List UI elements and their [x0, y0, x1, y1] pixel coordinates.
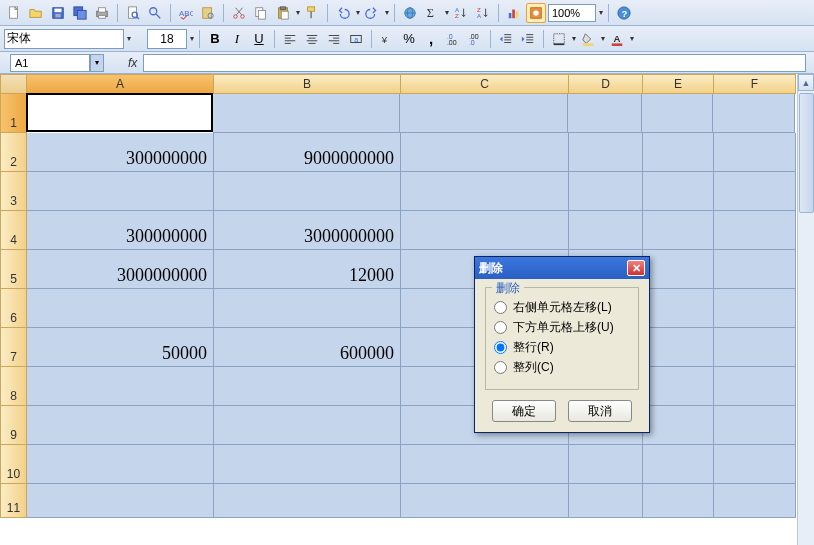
cell-B10[interactable]	[214, 445, 401, 484]
dialog-titlebar[interactable]: 删除 ✕	[475, 257, 649, 279]
align-left-icon[interactable]	[280, 29, 300, 49]
bold-icon[interactable]: B	[205, 29, 225, 49]
decrease-indent-icon[interactable]	[496, 29, 516, 49]
close-icon[interactable]: ✕	[627, 260, 645, 276]
font-size-select[interactable]	[147, 29, 187, 49]
chart-icon[interactable]	[504, 3, 524, 23]
cut-icon[interactable]	[229, 3, 249, 23]
row-header-2[interactable]: 2	[0, 133, 27, 172]
currency-icon[interactable]: ¥	[377, 29, 397, 49]
font-color-icon[interactable]: A	[607, 29, 627, 49]
cell-D10[interactable]	[569, 445, 643, 484]
radio-entire-row[interactable]: 整行(R)	[494, 339, 630, 356]
autosum-icon[interactable]: Σ	[422, 3, 442, 23]
radio-entire-col-input[interactable]	[494, 361, 507, 374]
borders-dropdown[interactable]: ▾	[572, 34, 576, 43]
row-header-3[interactable]: 3	[0, 172, 27, 211]
cell-A9[interactable]	[27, 406, 214, 445]
row-header-11[interactable]: 11	[0, 484, 27, 518]
row-header-10[interactable]: 10	[0, 445, 27, 484]
row-header-9[interactable]: 9	[0, 406, 27, 445]
zoom-box[interactable]: 100%	[548, 4, 596, 22]
cell-C4[interactable]	[401, 211, 569, 250]
col-header-F[interactable]: F	[714, 74, 796, 94]
scroll-up-button[interactable]: ▲	[798, 74, 814, 91]
cell-D3[interactable]	[569, 172, 643, 211]
row-header-6[interactable]: 6	[0, 289, 27, 328]
cell-C2[interactable]	[401, 133, 569, 172]
cell-C11[interactable]	[401, 484, 569, 518]
cell-F11[interactable]	[714, 484, 796, 518]
sort-desc-icon[interactable]: ZA	[473, 3, 493, 23]
scroll-thumb[interactable]	[799, 93, 814, 213]
cell-F6[interactable]	[714, 289, 796, 328]
cell-E11[interactable]	[643, 484, 714, 518]
copy-icon[interactable]	[251, 3, 271, 23]
cell-E5[interactable]	[643, 250, 714, 289]
cell-F10[interactable]	[714, 445, 796, 484]
merge-center-icon[interactable]: a	[346, 29, 366, 49]
redo-icon[interactable]	[362, 3, 382, 23]
redo-dropdown[interactable]: ▾	[385, 8, 389, 17]
format-painter-icon[interactable]	[302, 3, 322, 23]
cell-E6[interactable]	[643, 289, 714, 328]
align-center-icon[interactable]	[302, 29, 322, 49]
cell-A3[interactable]	[27, 172, 214, 211]
row-header-4[interactable]: 4	[0, 211, 27, 250]
cell-A6[interactable]	[27, 289, 214, 328]
borders-icon[interactable]	[549, 29, 569, 49]
paste-icon[interactable]	[273, 3, 293, 23]
cell-F8[interactable]	[714, 367, 796, 406]
cell-F3[interactable]	[714, 172, 796, 211]
zoom-dropdown[interactable]: ▾	[599, 8, 603, 17]
radio-shift-left-input[interactable]	[494, 301, 507, 314]
undo-icon[interactable]	[333, 3, 353, 23]
col-header-A[interactable]: A	[27, 74, 214, 94]
radio-entire-row-input[interactable]	[494, 341, 507, 354]
autosum-dropdown[interactable]: ▾	[445, 8, 449, 17]
ok-button[interactable]: 确定	[492, 400, 556, 422]
radio-shift-left[interactable]: 右侧单元格左移(L)	[494, 299, 630, 316]
cell-F5[interactable]	[714, 250, 796, 289]
row-header-7[interactable]: 7	[0, 328, 27, 367]
cell-F1[interactable]	[713, 94, 795, 133]
cell-E1[interactable]	[642, 94, 713, 133]
col-header-C[interactable]: C	[401, 74, 569, 94]
cell-B3[interactable]	[214, 172, 401, 211]
name-box-dropdown[interactable]: ▾	[90, 54, 104, 72]
help-icon[interactable]: ?	[614, 3, 634, 23]
italic-icon[interactable]: I	[227, 29, 247, 49]
save-icon[interactable]	[48, 3, 68, 23]
cell-D2[interactable]	[569, 133, 643, 172]
cell-E8[interactable]	[643, 367, 714, 406]
research-icon[interactable]	[198, 3, 218, 23]
font-color-dropdown[interactable]: ▾	[630, 34, 634, 43]
percent-icon[interactable]: %	[399, 29, 419, 49]
align-right-icon[interactable]	[324, 29, 344, 49]
radio-shift-up[interactable]: 下方单元格上移(U)	[494, 319, 630, 336]
fx-icon[interactable]: fx	[128, 56, 137, 70]
cell-E3[interactable]	[643, 172, 714, 211]
increase-indent-icon[interactable]	[518, 29, 538, 49]
cell-A8[interactable]	[27, 367, 214, 406]
cell-E4[interactable]	[643, 211, 714, 250]
cell-B7[interactable]: 600000	[214, 328, 401, 367]
cell-C3[interactable]	[401, 172, 569, 211]
cell-F9[interactable]	[714, 406, 796, 445]
formula-bar[interactable]	[143, 54, 806, 72]
print-preview-icon[interactable]	[123, 3, 143, 23]
decrease-decimal-icon[interactable]: .00.0	[465, 29, 485, 49]
increase-decimal-icon[interactable]: .0.00	[443, 29, 463, 49]
cell-C1[interactable]	[400, 94, 568, 133]
vertical-scrollbar[interactable]: ▲	[797, 74, 814, 545]
font-name-dropdown[interactable]: ▾	[127, 34, 131, 43]
cell-B5[interactable]: 12000	[214, 250, 401, 289]
cell-C10[interactable]	[401, 445, 569, 484]
cell-F4[interactable]	[714, 211, 796, 250]
spellcheck-icon[interactable]: ABC	[176, 3, 196, 23]
cell-D11[interactable]	[569, 484, 643, 518]
cell-E7[interactable]	[643, 328, 714, 367]
cell-B8[interactable]	[214, 367, 401, 406]
col-header-D[interactable]: D	[569, 74, 643, 94]
cell-B4[interactable]: 3000000000	[214, 211, 401, 250]
